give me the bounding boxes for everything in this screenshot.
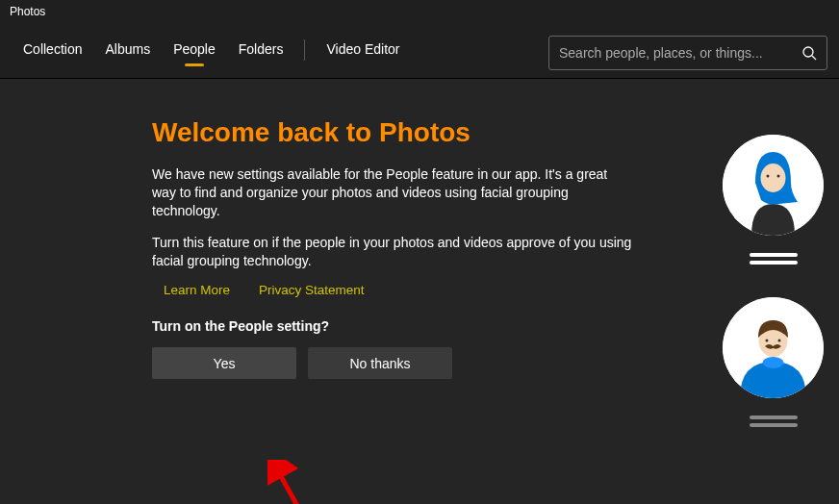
svg-point-5 — [777, 175, 780, 178]
main-content: Welcome back to Photos We have new setti… — [0, 79, 839, 504]
search-input[interactable] — [559, 45, 801, 61]
top-nav-bar: Collection Albums People Folders Video E… — [0, 27, 839, 79]
svg-point-0 — [803, 47, 813, 57]
svg-point-7 — [763, 357, 784, 368]
avatar-placeholder-lines — [750, 416, 798, 427]
tab-folders[interactable]: Folders — [227, 36, 295, 70]
search-icon[interactable] — [801, 45, 817, 61]
privacy-statement-link[interactable]: Privacy Statement — [259, 283, 365, 297]
svg-line-12 — [277, 469, 301, 504]
nav-tabs: Collection Albums People Folders Video E… — [12, 36, 411, 70]
avatar-placeholder-lines — [750, 253, 798, 265]
learn-more-link[interactable]: Learn More — [164, 283, 230, 297]
yes-button[interactable]: Yes — [152, 347, 296, 379]
tab-albums[interactable]: Albums — [93, 36, 162, 70]
avatar — [723, 297, 824, 398]
people-avatars — [723, 135, 824, 427]
svg-point-9 — [766, 340, 769, 342]
svg-point-3 — [761, 164, 786, 192]
avatar — [723, 135, 824, 236]
annotation-arrow-icon — [267, 460, 316, 504]
window-title: Photos — [0, 0, 839, 27]
svg-line-1 — [812, 56, 816, 60]
search-box[interactable] — [548, 36, 827, 70]
svg-point-4 — [767, 175, 770, 178]
intro-paragraph-1: We have new settings available for the P… — [152, 165, 633, 220]
avatar-item — [723, 135, 824, 265]
tab-people[interactable]: People — [162, 36, 227, 70]
tab-separator — [304, 39, 305, 61]
intro-paragraph-2: Turn this feature on if the people in yo… — [152, 234, 633, 270]
tab-collection[interactable]: Collection — [12, 36, 93, 70]
tab-video-editor[interactable]: Video Editor — [315, 36, 411, 70]
no-thanks-button[interactable]: No thanks — [308, 347, 452, 379]
avatar-item — [723, 297, 824, 427]
svg-point-10 — [778, 340, 781, 342]
